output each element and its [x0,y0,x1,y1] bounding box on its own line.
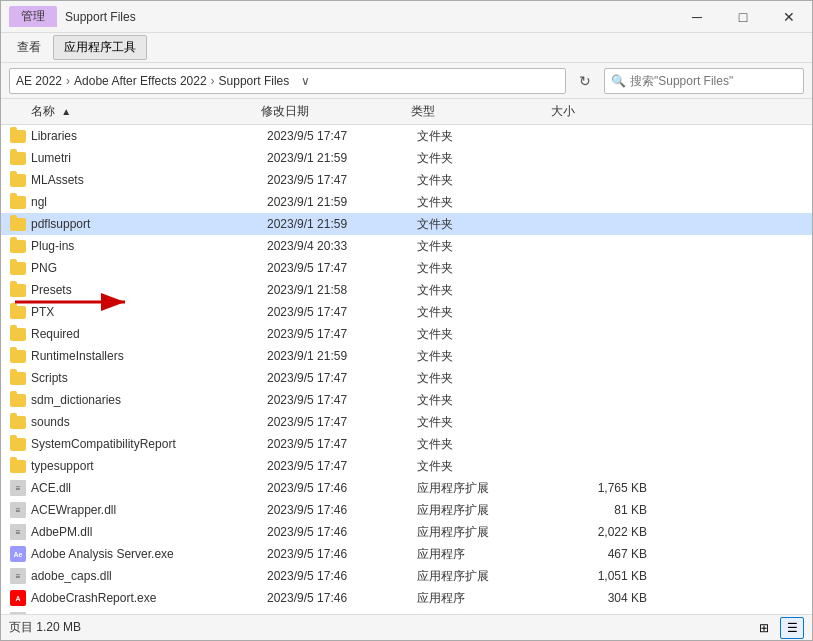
address-bar: AE 2022 › Adobe After Effects 2022 › Sup… [1,63,812,99]
file-name: ngl [31,195,267,209]
col-header-date[interactable]: 修改日期 [261,103,411,120]
file-icon: ≡ [9,479,27,497]
file-date: 2023/9/5 17:46 [267,591,417,605]
file-type: 文件夹 [417,260,557,277]
file-type: 应用程序扩展 [417,524,557,541]
table-row[interactable]: AAdobeCrashReport.exe2023/9/5 17:46应用程序3… [1,587,812,609]
file-date: 2023/9/1 21:59 [267,151,417,165]
table-row[interactable]: typesupport2023/9/5 17:47文件夹 [1,455,812,477]
table-row[interactable]: PNG2023/9/5 17:47文件夹 [1,257,812,279]
file-size: 304 KB [557,591,657,605]
table-row[interactable]: Lumetri2023/9/1 21:59文件夹 [1,147,812,169]
table-row[interactable]: Required2023/9/5 17:47文件夹 [1,323,812,345]
file-type: 应用程序 [417,590,557,607]
file-size: 1,051 KB [557,569,657,583]
file-type: 文件夹 [417,326,557,343]
col-header-size[interactable]: 大小 [551,103,651,120]
minimize-button[interactable]: ─ [674,1,720,33]
file-name: PTX [31,305,267,319]
table-row[interactable]: MLAssets2023/9/5 17:47文件夹 [1,169,812,191]
table-row[interactable]: SystemCompatibilityReport2023/9/5 17:47文… [1,433,812,455]
tab-manage[interactable]: 管理 [9,6,57,27]
refresh-button[interactable]: ↻ [572,68,598,94]
window: 管理 Support Files ─ □ ✕ 查看 应用程序工具 AE 2022… [0,0,813,641]
table-row[interactable]: Presets2023/9/1 21:58文件夹 [1,279,812,301]
file-date: 2023/9/1 21:58 [267,283,417,297]
file-date: 2023/9/4 20:33 [267,239,417,253]
titlebar-controls: ─ □ ✕ [674,1,812,33]
search-input[interactable] [630,74,790,88]
breadcrumb-crumb2: Adobe After Effects 2022 [74,74,207,88]
file-name: Plug-ins [31,239,267,253]
file-type: 应用程序扩展 [417,480,557,497]
file-name: SystemCompatibilityReport [31,437,267,451]
table-row[interactable]: Plug-ins2023/9/4 20:33文件夹 [1,235,812,257]
file-icon [9,325,27,343]
file-type: 文件夹 [417,436,557,453]
table-row[interactable]: ngl2023/9/1 21:59文件夹 [1,191,812,213]
statusbar: 页目 1.20 MB ⊞ ☰ [1,614,812,640]
file-icon [9,127,27,145]
breadcrumb-dropdown[interactable]: ∨ [297,72,314,90]
col-header-name[interactable]: 名称 ▲ [1,103,261,120]
file-icon [9,281,27,299]
file-type: 文件夹 [417,194,557,211]
search-box: 🔍 [604,68,804,94]
table-row[interactable]: ≡ACEWrapper.dll2023/9/5 17:46应用程序扩展81 KB [1,499,812,521]
table-row[interactable]: sdm_dictionaries2023/9/5 17:47文件夹 [1,389,812,411]
file-name: sdm_dictionaries [31,393,267,407]
file-name: typesupport [31,459,267,473]
file-icon: ≡ [9,611,27,614]
col-header-type[interactable]: 类型 [411,103,551,120]
file-date: 2023/9/5 17:47 [267,327,417,341]
file-size: 131 KB [557,613,657,614]
file-list[interactable]: Libraries2023/9/5 17:47文件夹Lumetri2023/9/… [1,125,812,614]
file-date: 2023/9/5 17:46 [267,569,417,583]
table-row[interactable]: Scripts2023/9/5 17:47文件夹 [1,367,812,389]
breadcrumb-sep1: › [66,74,70,88]
table-row[interactable]: sounds2023/9/5 17:47文件夹 [1,411,812,433]
file-type: 文件夹 [417,370,557,387]
file-date: 2023/9/5 17:47 [267,173,417,187]
table-row[interactable]: ≡AdbePM.dll2023/9/5 17:46应用程序扩展2,022 KB [1,521,812,543]
file-date: 2023/9/5 17:47 [267,437,417,451]
table-row[interactable]: AeAdobe Analysis Server.exe2023/9/5 17:4… [1,543,812,565]
file-icon [9,237,27,255]
file-icon [9,413,27,431]
table-row[interactable]: PTX2023/9/5 17:47文件夹 [1,301,812,323]
file-name: AdbePM.dll [31,525,267,539]
close-button[interactable]: ✕ [766,1,812,33]
file-icon [9,369,27,387]
file-name: pdflsupport [31,217,267,231]
file-icon [9,259,27,277]
file-size: 81 KB [557,503,657,517]
file-type: 文件夹 [417,414,557,431]
table-row[interactable]: ≡ACE.dll2023/9/5 17:46应用程序扩展1,765 KB [1,477,812,499]
search-icon: 🔍 [611,74,626,88]
view-list-button[interactable]: ☰ [780,617,804,639]
file-icon [9,171,27,189]
table-row[interactable]: ≡adobe_caps.dll2023/9/5 17:46应用程序扩展1,051… [1,565,812,587]
view-grid-button[interactable]: ⊞ [752,617,776,639]
table-row[interactable]: ≡AdobeOldGPU.dll2023/9/5 17:46应用程序扩展131 … [1,609,812,614]
file-type: 应用程序扩展 [417,612,557,615]
file-date: 2023/9/5 17:46 [267,525,417,539]
file-name: Scripts [31,371,267,385]
app-tools-button[interactable]: 应用程序工具 [53,35,147,60]
file-name: Libraries [31,129,267,143]
restore-button[interactable]: □ [720,1,766,33]
menu-view[interactable]: 查看 [9,35,49,60]
file-icon: ≡ [9,567,27,585]
table-row[interactable]: RuntimeInstallers2023/9/1 21:59文件夹 [1,345,812,367]
breadcrumb[interactable]: AE 2022 › Adobe After Effects 2022 › Sup… [9,68,566,94]
window-title: Support Files [65,10,136,24]
table-row[interactable]: Libraries2023/9/5 17:47文件夹 [1,125,812,147]
file-name: Presets [31,283,267,297]
file-date: 2023/9/5 17:46 [267,547,417,561]
table-row[interactable]: pdflsupport2023/9/1 21:59文件夹 [1,213,812,235]
file-type: 应用程序扩展 [417,568,557,585]
file-name: sounds [31,415,267,429]
file-type: 文件夹 [417,458,557,475]
breadcrumb-sep2: › [211,74,215,88]
file-name: adobe_caps.dll [31,569,267,583]
